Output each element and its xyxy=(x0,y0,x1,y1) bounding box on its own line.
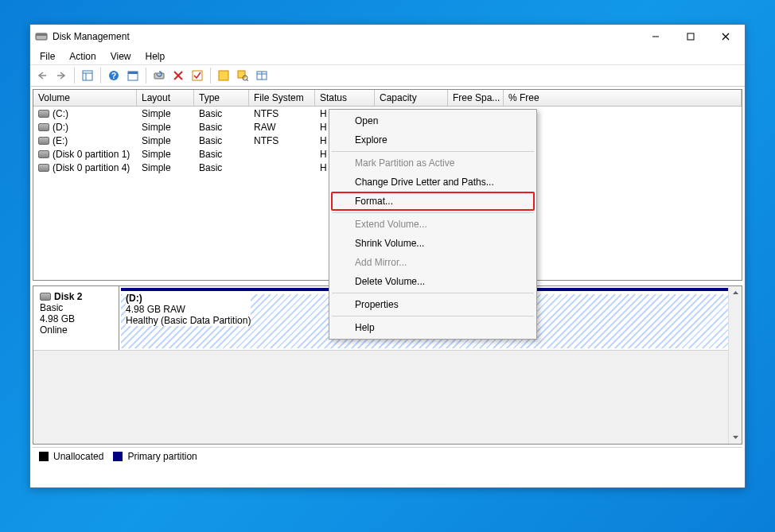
cell-layout: Simple xyxy=(137,135,194,146)
delete-icon[interactable] xyxy=(169,67,187,84)
svg-rect-17 xyxy=(219,71,228,80)
window-title: Disk Management xyxy=(53,31,638,42)
cell-volume: (C:) xyxy=(53,108,68,119)
ctx-extend: Extend Volume... xyxy=(331,215,535,234)
ctx-properties[interactable]: Properties xyxy=(331,295,535,314)
volume-icon xyxy=(38,137,49,145)
disk-icon xyxy=(40,293,51,301)
ctx-delete[interactable]: Delete Volume... xyxy=(331,272,535,291)
cell-fs: NTFS xyxy=(249,108,315,119)
volume-icon xyxy=(38,123,49,131)
ctx-open[interactable]: Open xyxy=(331,111,535,130)
swatch-primary xyxy=(113,452,123,461)
cell-volume: (D:) xyxy=(53,122,68,133)
svg-rect-16 xyxy=(193,71,202,80)
help-icon[interactable]: ? xyxy=(105,67,123,84)
col-pctfree[interactable]: % Free xyxy=(504,90,742,106)
volume-icon xyxy=(38,150,49,158)
volume-icon xyxy=(38,164,49,172)
scroll-down-icon[interactable] xyxy=(729,430,742,444)
menu-file[interactable]: File xyxy=(33,49,61,64)
svg-rect-18 xyxy=(238,71,245,78)
cell-layout: Simple xyxy=(137,108,194,119)
cell-fs: NTFS xyxy=(249,135,315,146)
menu-help[interactable]: Help xyxy=(139,49,172,64)
svg-line-20 xyxy=(247,80,248,81)
menu-view[interactable]: View xyxy=(104,49,138,64)
ctx-help[interactable]: Help xyxy=(331,318,535,337)
partition-info: 4.98 GB RAW xyxy=(126,304,251,315)
svg-rect-3 xyxy=(687,33,694,40)
titlebar[interactable]: Disk Management xyxy=(30,25,745,49)
col-freespace[interactable]: Free Spa... xyxy=(448,90,504,106)
volume-icon xyxy=(38,110,49,118)
legend-primary: Primary partition xyxy=(127,451,197,462)
legend: Unallocated Primary partition xyxy=(33,447,742,464)
disk-info[interactable]: Disk 2 Basic 4.98 GB Online xyxy=(33,286,119,350)
app-icon xyxy=(35,30,48,43)
col-type[interactable]: Type xyxy=(194,90,249,106)
scroll-up-icon[interactable] xyxy=(729,286,742,300)
disk-status: Online xyxy=(40,324,112,336)
list-icon[interactable] xyxy=(215,67,232,84)
menu-action[interactable]: Action xyxy=(63,49,102,64)
svg-rect-6 xyxy=(83,71,92,80)
swatch-unallocated xyxy=(39,452,49,461)
disk-type: Basic xyxy=(40,302,112,313)
col-status[interactable]: Status xyxy=(315,90,375,106)
minimize-button[interactable] xyxy=(638,25,673,48)
context-menu: Open Explore Mark Partition as Active Ch… xyxy=(329,109,537,340)
maximize-button[interactable] xyxy=(673,25,708,48)
forward-button[interactable] xyxy=(53,67,70,84)
cell-type: Basic xyxy=(194,122,249,133)
col-filesystem[interactable]: File System xyxy=(249,90,315,106)
detail-icon[interactable] xyxy=(253,67,271,84)
back-button[interactable] xyxy=(33,67,51,84)
window: Disk Management File Action View Help ? … xyxy=(29,24,746,488)
col-layout[interactable]: Layout xyxy=(137,90,194,106)
cell-fs: RAW xyxy=(249,122,315,133)
ctx-shrink[interactable]: Shrink Volume... xyxy=(331,234,535,253)
cell-type: Basic xyxy=(194,108,249,119)
ctx-explore[interactable]: Explore xyxy=(331,130,535,150)
ctx-mark-active: Mark Partition as Active xyxy=(331,153,535,173)
show-hide-icon[interactable] xyxy=(79,67,96,84)
refresh-icon[interactable] xyxy=(150,67,168,84)
cell-type: Basic xyxy=(194,135,249,146)
toolbar: ? xyxy=(30,64,745,87)
vertical-scrollbar[interactable] xyxy=(728,286,742,444)
cell-volume: (Disk 0 partition 1) xyxy=(53,149,130,160)
ctx-mirror: Add Mirror... xyxy=(331,253,535,272)
col-capacity[interactable]: Capacity xyxy=(375,90,448,106)
ctx-change-letter[interactable]: Change Drive Letter and Paths... xyxy=(331,173,535,192)
partition-letter: (D:) xyxy=(126,293,251,304)
cell-volume: (E:) xyxy=(53,135,68,146)
menubar: File Action View Help xyxy=(30,49,745,64)
ctx-format[interactable]: Format... xyxy=(331,192,535,211)
disk-size: 4.98 GB xyxy=(40,313,112,324)
cell-volume: (Disk 0 partition 4) xyxy=(53,162,130,173)
svg-rect-1 xyxy=(36,33,47,36)
cell-type: Basic xyxy=(194,149,249,160)
cell-layout: Simple xyxy=(137,122,194,133)
svg-rect-12 xyxy=(128,72,138,74)
search-icon[interactable] xyxy=(234,67,251,84)
cell-layout: Simple xyxy=(137,149,194,160)
col-volume[interactable]: Volume xyxy=(33,90,137,106)
close-button[interactable] xyxy=(708,25,743,48)
calendar-icon[interactable] xyxy=(124,67,142,84)
disk-name: Disk 2 xyxy=(54,291,82,302)
cell-type: Basic xyxy=(194,162,249,173)
svg-text:?: ? xyxy=(111,72,116,80)
check-icon[interactable] xyxy=(189,67,206,84)
partition-health: Healthy (Basic Data Partition) xyxy=(126,315,251,326)
cell-layout: Simple xyxy=(137,162,194,173)
legend-unallocated: Unallocated xyxy=(53,451,103,462)
table-header: Volume Layout Type File System Status Ca… xyxy=(33,90,742,107)
